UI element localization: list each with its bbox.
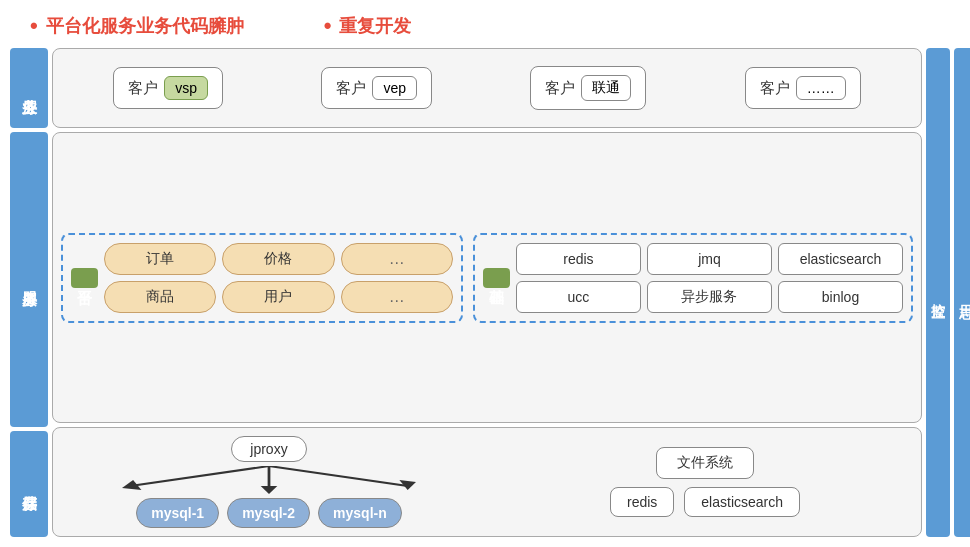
liantong-tag: 联通 [581,75,631,101]
svg-marker-3 [261,486,278,494]
mysql-2-box: mysql-2 [227,498,310,528]
mysql-1-box: mysql-1 [136,498,219,528]
foundation-item-binlog: binlog [778,281,903,313]
filesystem-section: 文件系统 redis elasticsearch [497,447,913,517]
platform-item-order: 订单 [104,243,216,275]
right-side-inner: 监控 日志 [926,48,960,537]
architecture-diagram: 业务层 服务层 存储层 客户 vsp 客户 vep 客户 联通 [10,48,960,537]
vsp-tag: vsp [164,76,208,100]
fs-bottom-row: redis elasticsearch [610,487,800,517]
client-label-4: 客户 [760,79,790,98]
storage-layer-label: 存储层 [10,431,48,537]
foundation-item-jmq: jmq [647,243,772,275]
platform-item-user: 用户 [222,281,334,313]
log-label: 日志 [954,48,970,537]
left-labels: 业务层 服务层 存储层 [10,48,48,537]
bullet-2: • 重复开发 [324,14,412,38]
jproxy-box: jproxy [231,436,306,462]
client-label-2: 客户 [336,79,366,98]
storage-layer-row: jproxy mysql-1 mysql-2 [52,427,922,537]
mysql-n-box: mysql-n [318,498,402,528]
bullet-dot-2: • [324,15,332,37]
client-label-1: 客户 [128,79,158,98]
foundation-section: 基础 redis jmq elasticsearch ucc 异步服务 binl… [473,233,913,323]
bullet-text-2: 重复开发 [339,14,411,38]
mysql-row: mysql-1 mysql-2 mysql-n [136,498,402,528]
svg-line-4 [269,466,408,486]
foundation-label: 基础 [483,268,510,288]
foundation-item-redis: redis [516,243,641,275]
service-layer-label: 服务层 [10,132,48,427]
top-bullets-section: • 平台化服务业务代码臃肿 • 重复开发 [10,10,960,48]
client-label-3: 客户 [545,79,575,98]
bullet-text-1: 平台化服务业务代码臃肿 [46,14,244,38]
content-area: 客户 vsp 客户 vep 客户 联通 客户 …… [48,48,926,537]
business-layer-label: 业务层 [10,48,48,128]
business-box-other: 客户 …… [745,67,861,109]
business-box-vsp: 客户 vsp [113,67,223,109]
fs-redis-box: redis [610,487,674,517]
monitor-label: 监控 [926,48,950,537]
fs-top-box: 文件系统 [656,447,754,479]
right-labels: 监控 日志 [926,48,960,537]
platform-grid: 订单 价格 … 商品 用户 … [104,243,453,313]
service-content: 平台 订单 价格 … 商品 用户 … 基础 redis jmq [61,233,913,323]
svg-line-0 [130,466,269,486]
service-layer-row: 平台 订单 价格 … 商品 用户 … 基础 redis jmq [52,132,922,423]
platform-section: 平台 订单 价格 … 商品 用户 … [61,233,463,323]
jproxy-arrows-svg [61,466,477,494]
fs-es-box: elasticsearch [684,487,800,517]
platform-item-dots1: … [341,243,453,275]
jproxy-section: jproxy mysql-1 mysql-2 [61,436,477,528]
platform-item-dots2: … [341,281,453,313]
other-tag: …… [796,76,846,100]
foundation-item-ucc: ucc [516,281,641,313]
platform-item-goods: 商品 [104,281,216,313]
vep-tag: vep [372,76,417,100]
bullet-1: • 平台化服务业务代码臃肿 [30,14,244,38]
business-box-vep: 客户 vep [321,67,432,109]
foundation-item-es: elasticsearch [778,243,903,275]
storage-content: jproxy mysql-1 mysql-2 [61,436,913,528]
platform-item-price: 价格 [222,243,334,275]
business-layer-row: 客户 vsp 客户 vep 客户 联通 客户 …… [52,48,922,128]
business-boxes: 客户 vsp 客户 vep 客户 联通 客户 …… [61,64,913,112]
bullet-dot-1: • [30,15,38,37]
business-box-liantong: 客户 联通 [530,66,646,110]
foundation-item-async: 异步服务 [647,281,772,313]
platform-label: 平台 [71,268,98,288]
foundation-grid: redis jmq elasticsearch ucc 异步服务 binlog [516,243,903,313]
